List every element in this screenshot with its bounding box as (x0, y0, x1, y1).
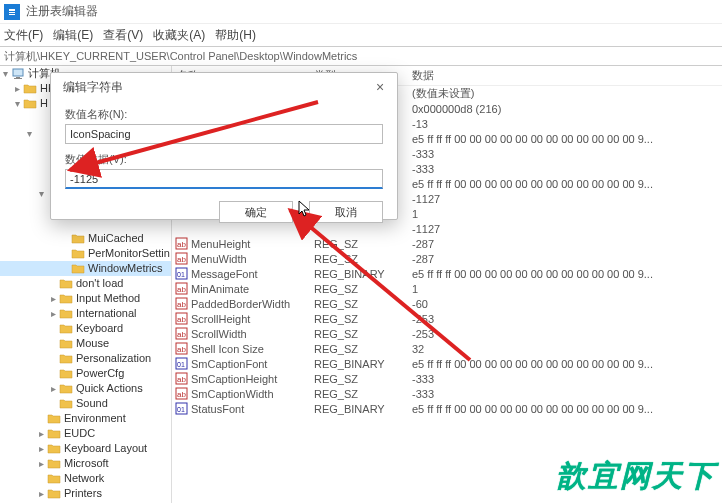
computer-icon (11, 68, 25, 80)
value-row[interactable]: abSmCaptionWidthREG_SZ-333 (172, 386, 722, 401)
menu-fav[interactable]: 收藏夹(A) (153, 27, 205, 44)
value-row[interactable]: 01MessageFontREG_BINARYe5 ff ff ff 00 00… (172, 266, 722, 281)
tree-item[interactable]: ▸International (0, 306, 171, 321)
reg-string-icon: ab (174, 282, 188, 296)
value-type: REG_BINARY (314, 403, 412, 415)
value-data: e5 ff ff ff 00 00 00 00 00 00 00 00 00 0… (412, 358, 722, 370)
reg-binary-icon: 01 (174, 402, 188, 416)
tree-item-label: International (76, 306, 137, 321)
tree-item[interactable]: PowerCfg (0, 366, 171, 381)
ok-button[interactable]: 确定 (219, 201, 293, 223)
value-row[interactable]: -1127 (172, 221, 722, 236)
value-row[interactable]: abSmCaptionHeightREG_SZ-333 (172, 371, 722, 386)
reg-string-icon: ab (174, 252, 188, 266)
menu-view[interactable]: 查看(V) (103, 27, 143, 44)
value-data-input[interactable] (65, 169, 383, 189)
watermark-text: 歆宜网天下 (556, 456, 716, 497)
tree-item[interactable]: ▸Quick Actions (0, 381, 171, 396)
edit-string-dialog: 编辑字符串 × 数值名称(N): 数值数据(V): 确定 取消 (50, 72, 398, 220)
folder-icon (59, 383, 73, 395)
folder-icon (59, 353, 73, 365)
tree-item[interactable]: Environment (0, 411, 171, 426)
expand-icon[interactable]: ▾ (36, 186, 47, 201)
tree-item-label: PowerCfg (76, 366, 124, 381)
reg-string-icon: ab (174, 342, 188, 356)
value-name: Shell Icon Size (191, 343, 314, 355)
folder-icon (47, 443, 61, 455)
expand-icon[interactable]: ▾ (24, 126, 35, 141)
tree-item[interactable]: Mouse (0, 336, 171, 351)
folder-icon (47, 428, 61, 440)
value-row[interactable]: abPaddedBorderWidthREG_SZ-60 (172, 296, 722, 311)
tree-item[interactable]: Keyboard (0, 321, 171, 336)
svg-text:ab: ab (177, 375, 186, 384)
svg-text:ab: ab (177, 285, 186, 294)
tree-item[interactable]: PerMonitorSettin (0, 246, 171, 261)
tree-item[interactable]: don't load (0, 276, 171, 291)
value-data: -253 (412, 328, 722, 340)
value-name: ScrollWidth (191, 328, 314, 340)
expand-icon[interactable]: ▾ (12, 96, 23, 111)
value-data: -287 (412, 238, 722, 250)
value-row[interactable]: abMinAnimateREG_SZ1 (172, 281, 722, 296)
folder-icon (23, 83, 37, 95)
expand-icon[interactable]: ▸ (48, 291, 59, 306)
tree-item[interactable]: Sound (0, 396, 171, 411)
reg-binary-icon: 01 (174, 357, 188, 371)
tree-item[interactable]: ▸Input Method (0, 291, 171, 306)
expand-icon[interactable]: ▸ (36, 456, 47, 471)
menu-help[interactable]: 帮助(H) (215, 27, 256, 44)
tree-item[interactable]: ▸Printers (0, 486, 171, 501)
mouse-cursor-icon (298, 200, 312, 218)
expand-icon[interactable]: ▸ (12, 81, 23, 96)
value-name: MenuWidth (191, 253, 314, 265)
value-name: MessageFont (191, 268, 314, 280)
tree-item[interactable]: ▸Keyboard Layout (0, 441, 171, 456)
reg-binary-icon: 01 (174, 267, 188, 281)
value-data: -253 (412, 313, 722, 325)
expand-icon[interactable]: ▸ (36, 426, 47, 441)
tree-item[interactable]: Personalization (0, 351, 171, 366)
tree-item[interactable]: WindowMetrics (0, 261, 171, 276)
folder-icon (59, 323, 73, 335)
svg-text:ab: ab (177, 330, 186, 339)
folder-icon (59, 338, 73, 350)
svg-rect-4 (13, 69, 23, 76)
address-bar[interactable]: 计算机\HKEY_CURRENT_USER\Control Panel\Desk… (0, 46, 722, 66)
expand-icon[interactable]: ▸ (36, 486, 47, 501)
menu-file[interactable]: 文件(F) (4, 27, 43, 44)
tree-item[interactable]: ▸Microsoft (0, 456, 171, 471)
svg-rect-3 (9, 14, 15, 15)
tree-item[interactable]: ▸EUDC (0, 426, 171, 441)
value-row[interactable]: abShell Icon SizeREG_SZ32 (172, 341, 722, 356)
tree-item[interactable]: Network (0, 471, 171, 486)
value-row[interactable]: 01StatusFontREG_BINARYe5 ff ff ff 00 00 … (172, 401, 722, 416)
value-row[interactable]: 01SmCaptionFontREG_BINARYe5 ff ff ff 00 … (172, 356, 722, 371)
value-data: e5 ff ff ff 00 00 00 00 00 00 00 00 00 0… (412, 178, 722, 190)
menu-edit[interactable]: 编辑(E) (53, 27, 93, 44)
value-row[interactable]: abMenuHeightREG_SZ-287 (172, 236, 722, 251)
folder-icon (59, 278, 73, 290)
value-data: (数值未设置) (412, 86, 722, 101)
value-name: SmCaptionHeight (191, 373, 314, 385)
value-name-input[interactable] (65, 124, 383, 144)
expand-icon[interactable]: ▸ (48, 306, 59, 321)
value-data: e5 ff ff ff 00 00 00 00 00 00 00 00 00 0… (412, 403, 722, 415)
tree-item-label: Input Method (76, 291, 140, 306)
folder-icon (35, 128, 49, 140)
close-icon[interactable]: × (371, 78, 389, 96)
tree-item-label: Quick Actions (76, 381, 143, 396)
value-data: e5 ff ff ff 00 00 00 00 00 00 00 00 00 0… (412, 268, 722, 280)
expand-icon[interactable]: ▸ (48, 381, 59, 396)
value-name: ScrollHeight (191, 313, 314, 325)
tree-item[interactable]: MuiCached (0, 231, 171, 246)
value-row[interactable]: abMenuWidthREG_SZ-287 (172, 251, 722, 266)
address-text: 计算机\HKEY_CURRENT_USER\Control Panel\Desk… (4, 49, 357, 64)
value-name: StatusFont (191, 403, 314, 415)
value-row[interactable]: abScrollHeightREG_SZ-253 (172, 311, 722, 326)
expand-icon[interactable]: ▾ (0, 66, 11, 81)
cancel-button[interactable]: 取消 (309, 201, 383, 223)
expand-icon[interactable]: ▸ (36, 441, 47, 456)
column-data[interactable]: 数据 (412, 68, 722, 83)
value-row[interactable]: abScrollWidthREG_SZ-253 (172, 326, 722, 341)
